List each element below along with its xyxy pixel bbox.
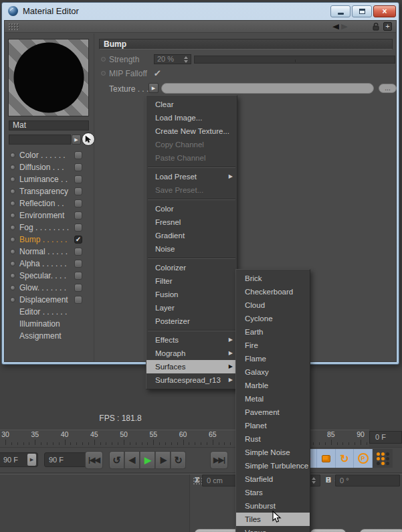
submenu-item[interactable]: Starfield — [236, 472, 310, 486]
texture-popup-button[interactable]: ▶ — [148, 83, 159, 93]
material-preview[interactable] — [8, 39, 89, 116]
material-name-field[interactable]: Mat — [9, 120, 89, 130]
submenu-item[interactable]: Metal — [236, 392, 310, 406]
range-end-field[interactable]: 90 F ▶ — [0, 452, 38, 467]
menu-item[interactable]: Noise ▶ — [146, 242, 237, 256]
channel-radio[interactable] — [10, 297, 15, 302]
menu-item[interactable]: Layer ▶ — [146, 301, 237, 315]
channel-radio[interactable] — [10, 177, 15, 182]
minimize-button[interactable] — [330, 5, 350, 17]
close-button[interactable]: × — [373, 5, 396, 17]
menu-item[interactable]: Save Preset... ▶ — [146, 183, 237, 197]
go-to-start-button[interactable]: |◀◀ — [85, 451, 103, 469]
menu-item[interactable]: Effects ▶ — [146, 333, 237, 347]
menu-item[interactable]: Surfacespread_r13 ▶ — [146, 373, 237, 387]
add-box-icon[interactable]: + — [383, 22, 392, 31]
channel-radio[interactable] — [10, 285, 15, 290]
timeline-ruler[interactable]: 30354045505560657075808590 — [0, 430, 369, 447]
submenu-item[interactable]: Pavement — [236, 406, 310, 419]
autokey-button[interactable]: ↻ — [336, 449, 355, 468]
submenu-item[interactable]: Stars — [236, 486, 310, 499]
menu-item[interactable]: Mograph ▶ — [146, 347, 237, 360]
texture-browse-button[interactable]: ... — [379, 84, 397, 93]
next-frame-button[interactable]: |▶ — [155, 451, 171, 469]
channel-row[interactable]: Reflection . . ✓ — [6, 197, 82, 209]
submenu-item[interactable]: Marble — [236, 379, 310, 392]
channel-radio[interactable] — [10, 237, 15, 242]
channel-row[interactable]: Luminance . . ✓ — [6, 173, 82, 185]
menu-item[interactable]: Fusion ▶ — [146, 288, 237, 301]
mip-anim-dot-icon[interactable] — [101, 71, 106, 76]
submenu-item[interactable]: Rust — [236, 432, 310, 446]
nav-back-icon[interactable]: ◀ — [332, 23, 339, 30]
rotation-field[interactable]: 0 ° — [335, 474, 400, 486]
lock-icon[interactable] — [372, 22, 380, 31]
channel-row[interactable]: Color . . . . . . ✓ — [6, 149, 82, 161]
channel-row[interactable]: Environment ✓ — [6, 209, 82, 221]
channel-radio[interactable] — [10, 189, 15, 194]
channel-row[interactable]: Displacement ✓ — [6, 294, 82, 306]
menu-item[interactable]: Paste Channel ▶ — [146, 151, 237, 165]
channel-row[interactable]: Bump . . . . . . ✓ — [6, 234, 82, 246]
strength-slider[interactable] — [194, 56, 395, 64]
menu-item[interactable]: Load Image... ▶ — [146, 111, 237, 124]
pick-material-button[interactable] — [82, 132, 95, 146]
menu-item[interactable]: Load Preset ▶ — [146, 170, 237, 183]
channel-row[interactable]: Glow. . . . . . . ✓ — [6, 282, 82, 294]
channel-radio[interactable] — [10, 165, 15, 170]
strength-spinner[interactable] — [184, 56, 188, 63]
channel-row[interactable]: Assignment ✓ — [6, 330, 82, 342]
menu-item[interactable]: Colorizer ▶ — [146, 261, 237, 274]
menu-item[interactable]: Surfaces ▶ — [146, 360, 237, 373]
menu-item[interactable]: Gradient ▶ — [146, 229, 237, 242]
play-button[interactable]: ▶ — [140, 451, 155, 469]
submenu-item[interactable]: Flame — [236, 352, 310, 365]
keying-selection-button[interactable] — [373, 449, 393, 468]
channel-radio[interactable] — [10, 153, 15, 158]
record-parameter-button[interactable]: P — [354, 449, 373, 468]
submenu-item[interactable]: Planet — [236, 419, 310, 432]
texture-path-field[interactable] — [161, 83, 374, 94]
position-spinner[interactable] — [312, 477, 316, 484]
record-key-button[interactable] — [317, 449, 336, 468]
channel-row[interactable]: Transparency ✓ — [6, 185, 82, 197]
go-to-end-button[interactable]: ▶▶| — [210, 451, 228, 469]
submenu-item[interactable]: Galaxy — [236, 365, 310, 379]
channel-checkbox[interactable]: ✓ — [74, 199, 82, 207]
channel-radio[interactable] — [10, 201, 15, 206]
channel-radio[interactable] — [10, 261, 15, 266]
channel-radio[interactable] — [10, 273, 15, 278]
preset-dropdown-button[interactable]: ▶ — [72, 135, 81, 145]
channel-checkbox[interactable]: ✓ — [74, 248, 82, 256]
channel-checkbox[interactable]: ✓ — [74, 272, 82, 280]
channel-row[interactable]: Diffusion . . . ✓ — [6, 161, 82, 173]
channel-radio[interactable] — [10, 213, 15, 218]
channel-checkbox[interactable]: ✓ — [74, 224, 82, 232]
menu-item[interactable]: Clear ▶ — [146, 98, 237, 111]
strength-value-field[interactable]: 20 % — [154, 54, 191, 64]
submenu-item[interactable]: Earth — [236, 325, 310, 339]
menu-item[interactable]: Color ▶ — [146, 202, 237, 215]
channel-radio[interactable] — [10, 249, 15, 254]
channel-checkbox[interactable]: ✓ — [74, 236, 82, 244]
menu-item[interactable]: Posterizer ▶ — [146, 315, 237, 328]
channel-row[interactable]: Specular. . . . ✓ — [6, 270, 82, 282]
bottom-button[interactable] — [310, 529, 346, 532]
channel-checkbox[interactable]: ✓ — [74, 296, 82, 304]
submenu-item[interactable]: Cloud — [236, 298, 310, 312]
nav-forward-icon[interactable]: ▶ — [341, 23, 348, 30]
submenu-item[interactable]: Brick — [236, 272, 310, 285]
channel-checkbox[interactable]: ✓ — [74, 284, 82, 292]
preview-preset-field[interactable] — [9, 135, 71, 145]
channel-row[interactable]: Fog . . . . . . . . ✓ — [6, 221, 82, 234]
menu-item[interactable]: Fresnel ▶ — [146, 215, 237, 229]
channel-row[interactable]: Editor . . . . . . ✓ — [6, 306, 82, 318]
range-mini-play-icon[interactable]: ▶ — [27, 454, 36, 466]
submenu-item[interactable]: Checkerboard — [236, 285, 310, 298]
grip-handle-icon[interactable] — [8, 23, 19, 30]
channel-checkbox[interactable]: ✓ — [74, 260, 82, 268]
channel-checkbox[interactable]: ✓ — [74, 175, 82, 183]
channel-row[interactable]: Illumination ✓ — [6, 318, 82, 330]
channel-row[interactable]: Normal . . . . . ✓ — [6, 246, 82, 258]
channel-checkbox[interactable]: ✓ — [74, 187, 82, 195]
